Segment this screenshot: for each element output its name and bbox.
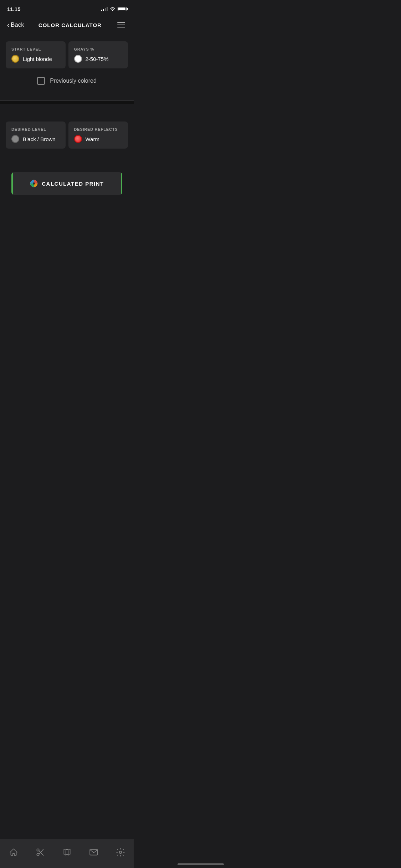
desired-section: DESIRED LEVEL Black / Brown DESIRED REFL… (0, 104, 134, 208)
calc-button-wrapper: CALCULATED PRINT (6, 166, 128, 201)
calculated-print-button[interactable]: CALCULATED PRINT (11, 172, 122, 195)
start-level-value: Light blonde (11, 55, 60, 63)
calc-button-text: CALCULATED PRINT (42, 181, 104, 187)
back-button[interactable]: ‹ Back (7, 21, 24, 29)
status-time: 11.15 (7, 6, 21, 12)
desired-level-card[interactable]: DESIRED LEVEL Black / Brown (6, 122, 66, 149)
spacer-top (6, 111, 128, 122)
start-level-text: Light blonde (23, 56, 52, 62)
start-level-dot (11, 55, 19, 63)
menu-icon (117, 25, 125, 25)
status-bar: 11.15 (0, 0, 134, 16)
grays-label: GRAYS % (74, 47, 123, 51)
status-icons (101, 6, 127, 12)
desired-reflects-value: Warm (74, 135, 123, 143)
section-gap (0, 101, 134, 104)
desired-reflects-label: DESIRED REFLECTS (74, 127, 123, 131)
menu-button[interactable] (116, 21, 127, 29)
previously-colored-checkbox[interactable] (37, 77, 45, 85)
wifi-icon (110, 6, 115, 12)
desired-level-dot (11, 135, 19, 143)
battery-icon (118, 7, 127, 11)
svg-point-1 (33, 182, 35, 185)
grays-dot (74, 55, 82, 63)
signal-icon (101, 7, 108, 11)
nav-bar: ‹ Back COLOR CALCULATOR (0, 16, 134, 34)
menu-icon (117, 27, 125, 27)
desired-reflects-text: Warm (86, 136, 99, 142)
start-level-card[interactable]: START LEVEL Light blonde (6, 41, 66, 68)
color-wheel-icon (30, 179, 38, 188)
spacer-mid (6, 149, 128, 166)
top-section: START LEVEL Light blonde GRAYS % 2-50-75… (0, 34, 134, 100)
back-arrow-icon: ‹ (7, 21, 9, 29)
start-level-label: START LEVEL (11, 47, 60, 51)
grays-card[interactable]: GRAYS % 2-50-75% (68, 41, 128, 68)
back-label: Back (11, 21, 24, 29)
desired-reflects-card[interactable]: DESIRED REFLECTS Warm (68, 122, 128, 149)
grays-text: 2-50-75% (86, 56, 109, 62)
desired-card-grid: DESIRED LEVEL Black / Brown DESIRED REFL… (6, 122, 128, 149)
page-title: COLOR CALCULATOR (38, 22, 102, 28)
grays-value: 2-50-75% (74, 55, 123, 63)
previously-colored-row: Previously colored (6, 77, 128, 85)
desired-level-value: Black / Brown (11, 135, 60, 143)
menu-icon (117, 22, 125, 23)
top-card-grid: START LEVEL Light blonde GRAYS % 2-50-75… (6, 41, 128, 68)
bottom-spacer (0, 208, 134, 236)
previously-colored-label: Previously colored (50, 78, 97, 84)
desired-level-text: Black / Brown (23, 136, 56, 142)
desired-level-label: DESIRED LEVEL (11, 127, 60, 131)
desired-reflects-dot (74, 135, 82, 143)
